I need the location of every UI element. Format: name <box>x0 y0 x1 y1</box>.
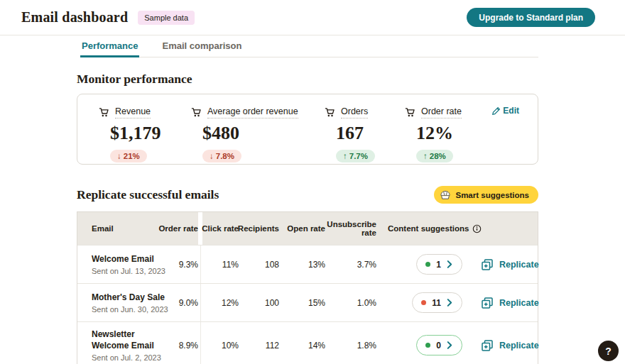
email-sent-date: Sent on Jul. 13, 2023 <box>92 267 167 275</box>
table-row: Welcome Email Sent on Jul. 13, 2023 9.3%… <box>77 245 538 283</box>
arrow-down-icon: ↓ <box>210 152 214 160</box>
metric-delta-badge: ↓21% <box>110 150 147 162</box>
email-name: Newsletter Welcome Email <box>92 329 167 351</box>
table-row: Mother's Day Sale Sent on Jun. 30, 2023 … <box>77 283 538 321</box>
unsubscribe-rate-cell: 3.7% <box>325 260 376 270</box>
metric-delta-badge: ↑7.7% <box>336 150 375 162</box>
duplicate-icon <box>481 258 494 271</box>
click-rate-cell: 10% <box>222 341 239 351</box>
metric-label: Orders <box>341 106 368 118</box>
metric-delta-badge: ↑28% <box>416 150 453 162</box>
order-rate-cell: 8.9% <box>179 341 198 351</box>
tab-bar: Performance Email comparison <box>80 35 538 57</box>
top-bar: Email dashboard Sample data Upgrade to S… <box>0 0 625 35</box>
metric-delta-value: 7.8% <box>216 152 234 160</box>
replicate-section-header: Replicate successful emails Smart sugges… <box>77 186 538 204</box>
table-row: Newsletter Welcome Email Sent on Jul. 2,… <box>77 321 538 364</box>
content-suggestions-pill[interactable]: 1 <box>416 254 462 275</box>
metric-label: Revenue <box>115 106 151 118</box>
help-button[interactable]: ? <box>598 341 619 361</box>
upgrade-plan-button[interactable]: Upgrade to Standard plan <box>467 8 595 27</box>
open-rate-cell: 13% <box>308 260 325 270</box>
metric-orders: Orders 167 ↑7.7% <box>325 106 378 164</box>
edit-metrics-button[interactable]: Edit <box>491 106 519 116</box>
replicate-label: Replicate <box>499 341 539 351</box>
email-name: Mother's Day Sale <box>92 292 167 303</box>
metric-value: $1,179 <box>110 123 164 144</box>
content-suggestions-pill[interactable]: 0 <box>416 335 462 355</box>
column-divider <box>200 284 202 321</box>
metric-delta-badge: ↓7.8% <box>202 150 241 162</box>
tab-performance[interactable]: Performance <box>80 35 139 57</box>
duplicate-icon <box>481 297 494 309</box>
replicate-heading: Replicate successful emails <box>77 187 219 202</box>
cart-icon <box>99 107 109 118</box>
open-rate-cell: 15% <box>308 298 325 308</box>
order-rate-cell: 9.3% <box>179 260 198 270</box>
metric-value: 167 <box>336 123 378 144</box>
metric-value: $480 <box>202 123 298 144</box>
replicate-button[interactable]: Replicate <box>462 258 536 271</box>
metric-value: 12% <box>416 123 476 144</box>
email-cell: Newsletter Welcome Email Sent on Jul. 2,… <box>77 322 170 364</box>
recipients-cell: 112 <box>266 341 279 351</box>
metric-label: Order rate <box>421 106 462 118</box>
replicate-label: Replicate <box>499 298 539 308</box>
email-name: Welcome Email <box>92 253 167 265</box>
arrow-up-icon: ↑ <box>423 152 428 160</box>
chevron-right-icon <box>447 299 453 307</box>
column-divider <box>200 322 202 364</box>
content-suggestions-label: Content suggestions <box>388 224 469 233</box>
column-divider <box>200 246 202 283</box>
email-sent-date: Sent on Jul. 2, 2023 <box>92 353 167 362</box>
metric-label: Average order revenue <box>207 106 298 118</box>
page-title: Email dashboard <box>21 9 128 26</box>
replicate-button[interactable]: Replicate <box>462 339 536 352</box>
email-cell: Welcome Email Sent on Jul. 13, 2023 <box>77 247 170 282</box>
col-header-order-rate: Order rate <box>158 224 198 233</box>
emails-table: Email Order rate Click rate Recipients O… <box>77 211 538 364</box>
main-content: Monitor performance Revenue $1,179 ↓21% … <box>77 72 538 364</box>
replicate-button[interactable]: Replicate <box>462 297 536 309</box>
duplicate-icon <box>481 339 494 352</box>
edit-label: Edit <box>503 106 519 116</box>
email-cell: Mother's Day Sale Sent on Jun. 30, 2023 <box>77 285 170 320</box>
info-icon[interactable] <box>472 224 482 233</box>
chevron-right-icon <box>447 260 453 268</box>
sample-data-badge: Sample data <box>138 11 195 25</box>
col-header-content-suggestions: Content suggestions <box>376 224 462 233</box>
col-header-recipients: Recipients <box>238 224 279 233</box>
content-suggestions-pill[interactable]: 11 <box>412 292 462 313</box>
unsubscribe-rate-cell: 1.0% <box>325 298 376 308</box>
cart-icon <box>405 107 415 118</box>
status-dot-icon <box>425 262 430 267</box>
chevron-right-icon <box>447 341 453 349</box>
metric-order-rate: Order rate 12% ↑28% <box>405 106 476 164</box>
click-rate-cell: 12% <box>222 298 239 308</box>
metric-delta-value: 21% <box>124 152 140 160</box>
suggestions-count: 1 <box>436 260 441 270</box>
col-header-email: Email <box>77 218 170 239</box>
col-header-unsubscribe-rate: Unsubscribe rate <box>325 220 376 237</box>
status-dot-icon <box>425 343 430 348</box>
recipients-cell: 108 <box>265 260 279 270</box>
unsubscribe-rate-cell: 1.8% <box>325 341 376 351</box>
terrarium-icon <box>440 190 451 200</box>
monitor-performance-heading: Monitor performance <box>77 72 538 87</box>
metric-average-order-revenue: Average order revenue $480 ↓7.8% <box>191 106 298 164</box>
col-header-click-rate: Click rate <box>202 224 239 233</box>
open-rate-cell: 14% <box>308 341 325 351</box>
metric-revenue: Revenue $1,179 ↓21% <box>99 106 164 164</box>
col-header-open-rate: Open rate <box>287 224 325 233</box>
smart-suggestions-chip[interactable]: Smart suggestions <box>434 186 538 204</box>
tab-email-comparison[interactable]: Email comparison <box>161 35 243 57</box>
pencil-icon <box>491 106 501 116</box>
suggestions-count: 11 <box>432 298 441 308</box>
suggestions-count: 0 <box>436 341 441 351</box>
click-rate-cell: 11% <box>222 260 239 270</box>
cart-icon <box>325 107 335 118</box>
status-dot-icon <box>421 300 426 305</box>
order-rate-cell: 9.0% <box>179 298 198 308</box>
email-sent-date: Sent on Jun. 30, 2023 <box>92 305 167 314</box>
cart-icon <box>191 107 202 118</box>
